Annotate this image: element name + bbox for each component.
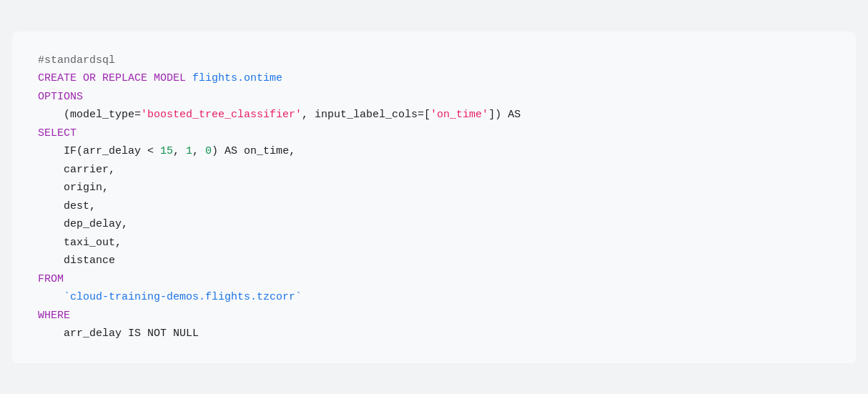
code-token: carrier, [38, 164, 115, 176]
code-token: #standardsql [38, 54, 115, 67]
code-token: arr_delay IS NOT NULL [38, 327, 199, 340]
code-line: dep_delay, [38, 215, 830, 234]
code-token: 1 [186, 145, 192, 157]
code-line: OPTIONS [38, 88, 830, 107]
code-line: #standardsql [38, 51, 830, 70]
code-line: distance [38, 252, 830, 270]
code-line: arr_delay IS NOT NULL [38, 325, 830, 343]
code-token: WHERE [38, 310, 70, 322]
code-token: (model_type= [38, 109, 141, 121]
code-token: dest, [38, 200, 96, 212]
code-token: taxi_out, [38, 237, 122, 249]
code-line: dest, [38, 197, 830, 216]
code-token: FROM [38, 273, 64, 285]
code-token: CREATE OR REPLACE MODEL [38, 72, 192, 84]
code-token: dep_delay, [38, 218, 128, 230]
code-token: , [192, 145, 205, 157]
code-line: `cloud-training-demos.flights.tzcorr` [38, 288, 830, 307]
code-line: FROM [38, 270, 830, 289]
code-line: SELECT [38, 124, 830, 143]
code-token: 15 [160, 145, 173, 157]
code-token: , input_label_cols=[ [302, 109, 430, 121]
code-token: ) AS on_time, [212, 145, 295, 157]
code-token: `cloud-training-demos.flights.tzcorr` [38, 291, 302, 303]
code-token: origin, [38, 182, 109, 194]
code-token: distance [38, 255, 115, 267]
code-line: origin, [38, 179, 830, 197]
code-token: , [173, 145, 186, 157]
code-token: 0 [205, 145, 212, 157]
code-token: 'on_time' [430, 109, 488, 121]
code-token: flights.ontime [192, 72, 282, 84]
code-token: SELECT [38, 127, 77, 139]
code-token: ]) AS [488, 109, 521, 121]
code-token: OPTIONS [38, 91, 83, 103]
code-line: IF(arr_delay < 15, 1, 0) AS on_time, [38, 142, 830, 161]
code-line: (model_type='boosted_tree_classifier', i… [38, 106, 830, 124]
code-line: carrier, [38, 161, 830, 179]
code-block: #standardsqlCREATE OR REPLACE MODEL flig… [12, 31, 856, 363]
code-line: taxi_out, [38, 234, 830, 252]
code-line: WHERE [38, 307, 830, 325]
code-line: CREATE OR REPLACE MODEL flights.ontime [38, 69, 830, 88]
code-token: IF(arr_delay < [38, 145, 160, 157]
code-token: 'boosted_tree_classifier' [141, 109, 302, 121]
